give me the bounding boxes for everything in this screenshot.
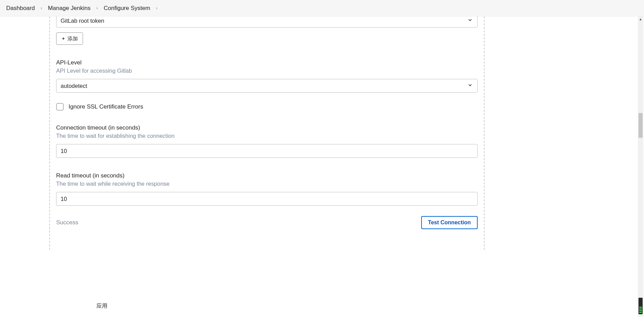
form-sticky-bar: 保存 应用 <box>45 295 489 317</box>
api-level-select-value: autodetect <box>61 83 87 89</box>
audio-levels-icon <box>638 298 643 314</box>
apply-button[interactable]: 应用 <box>95 299 109 313</box>
breadcrumb-item-manage-jenkins[interactable]: Manage Jenkins <box>48 5 91 12</box>
read-timeout-desc: The time to wait while receiving the res… <box>56 181 478 187</box>
scroll-up-arrow-icon[interactable]: ▲ <box>638 17 643 21</box>
ignore-ssl-label: Ignore SSL Certificate Errors <box>69 103 143 110</box>
breadcrumb: Dashboard Manage Jenkins Configure Syste… <box>0 0 644 17</box>
vertical-scrollbar[interactable]: ▲ <box>638 17 643 317</box>
chevron-right-icon <box>155 7 158 10</box>
connection-timeout-label: Connection timeout (in seconds) <box>56 124 478 131</box>
read-timeout-input[interactable] <box>56 192 478 206</box>
add-button-label: 添加 <box>67 35 78 42</box>
credentials-select-value: GitLab root token <box>61 18 104 24</box>
connection-timeout-desc: The time to wait for establishing the co… <box>56 133 478 139</box>
chevron-right-icon <box>95 7 99 10</box>
chevron-right-icon <box>40 7 43 10</box>
api-level-desc: API Level for accessing Gitlab <box>56 68 478 74</box>
read-timeout-label: Read timeout (in seconds) <box>56 172 478 179</box>
plus-icon <box>61 36 65 42</box>
breadcrumb-item-configure-system[interactable]: Configure System <box>104 5 150 12</box>
connection-status-text: Success <box>56 219 78 226</box>
save-button[interactable]: 保存 <box>57 299 81 313</box>
breadcrumb-item-dashboard[interactable]: Dashboard <box>6 5 35 12</box>
config-form-panel: GitLab root token 添加 API-Level API Level… <box>49 17 485 250</box>
credentials-select[interactable]: GitLab root token <box>56 17 478 28</box>
add-credentials-button[interactable]: 添加 <box>56 32 83 45</box>
test-connection-button[interactable]: Test Connection <box>421 216 478 229</box>
connection-timeout-input[interactable] <box>56 144 478 158</box>
api-level-label: API-Level <box>56 59 478 66</box>
api-level-select[interactable]: autodetect <box>56 79 478 93</box>
ignore-ssl-checkbox[interactable] <box>56 103 64 111</box>
scrollbar-thumb[interactable] <box>638 113 643 138</box>
